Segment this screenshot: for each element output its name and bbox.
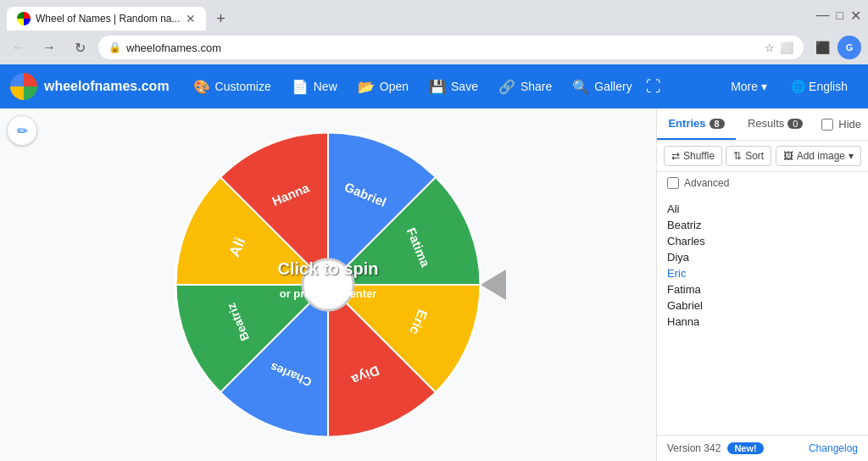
logo-icon — [10, 73, 37, 100]
fullscreen-button[interactable]: ⛶ — [643, 75, 665, 99]
new-icon: 📄 — [292, 79, 309, 95]
list-item: Charles — [667, 233, 858, 249]
right-panel: Entries 8 Results 0 Hide ⇄ Shuffle ⇅ Sor… — [656, 108, 868, 461]
url-text: wheelofnames.com — [126, 42, 221, 54]
spinning-wheel[interactable]: Ali Hanna Gabriel Fatima Eric Diya Charl… — [167, 124, 489, 446]
more-chevron-icon: ▾ — [761, 80, 767, 93]
close-button[interactable]: ✕ — [850, 8, 861, 24]
extensions-button[interactable]: ⬛ — [810, 36, 834, 59]
hide-checkbox[interactable] — [821, 119, 833, 131]
image-icon: 🖼 — [783, 150, 793, 162]
list-item: Fatima — [667, 281, 858, 297]
tab-results[interactable]: Results 0 — [736, 108, 815, 140]
svg-text:Click to spin: Click to spin — [278, 259, 379, 278]
app-logo: wheelofnames.com — [10, 73, 170, 100]
edit-button[interactable]: ✏ — [7, 115, 37, 146]
tab-entries[interactable]: Entries 8 — [657, 108, 736, 140]
version-text: Version 342 — [667, 442, 721, 454]
tab-title: Wheel of Names | Random na... — [36, 13, 181, 25]
advanced-label[interactable]: Advanced — [684, 177, 729, 189]
svg-text:or press ctrl+enter: or press ctrl+enter — [280, 287, 377, 300]
minimize-button[interactable]: — — [816, 8, 830, 23]
gallery-button[interactable]: 🔍 Gallery — [562, 74, 642, 100]
shuffle-icon: ⇄ — [671, 150, 680, 162]
edit-icon: ✏ — [17, 123, 28, 139]
profile-button[interactable]: G — [837, 36, 861, 59]
wheel-container[interactable]: Ali Hanna Gabriel Fatima Eric Diya Charl… — [167, 124, 489, 446]
shuffle-button[interactable]: ⇄ Shuffle — [664, 146, 722, 166]
entries-badge: 8 — [709, 119, 725, 129]
add-image-button[interactable]: 🖼 Add image ▾ — [776, 146, 861, 166]
changelog-link[interactable]: Changelog — [809, 442, 858, 454]
advanced-checkbox[interactable] — [667, 177, 679, 189]
open-icon: 📂 — [358, 79, 375, 95]
wheel-area: ✏ — [0, 108, 656, 461]
tab-favicon — [17, 12, 31, 25]
active-tab[interactable]: Wheel of Names | Random na... ✕ — [7, 7, 206, 31]
advanced-row: Advanced — [657, 172, 868, 194]
new-badge: New! — [727, 442, 763, 454]
open-button[interactable]: 📂 Open — [348, 74, 419, 100]
list-item: Beatriz — [667, 217, 858, 233]
list-item: Gabriel — [667, 297, 858, 314]
list-item: Eric — [667, 265, 858, 281]
extension-icon[interactable]: ⬜ — [780, 42, 793, 54]
refresh-button[interactable]: ↻ — [68, 36, 92, 59]
share-icon: 🔗 — [498, 79, 515, 95]
entries-list: Ali Beatriz Charles Diya Eric Fatima Gab… — [657, 194, 868, 435]
logo-text: wheelofnames.com — [44, 79, 170, 94]
restore-button[interactable]: □ — [837, 8, 843, 22]
customize-icon: 🎨 — [193, 79, 210, 95]
list-item: Diya — [667, 249, 858, 265]
sort-button[interactable]: ⇅ Sort — [726, 146, 771, 166]
gallery-icon: 🔍 — [572, 79, 589, 95]
tab-close-button[interactable]: ✕ — [186, 12, 196, 25]
address-bar[interactable]: 🔒 wheelofnames.com ☆ ⬜ — [98, 36, 804, 59]
list-item: Hanna — [667, 314, 858, 330]
panel-tabs: Entries 8 Results 0 Hide — [657, 108, 868, 141]
secure-icon: 🔒 — [108, 42, 121, 53]
customize-button[interactable]: 🎨 Customize — [183, 74, 281, 100]
save-button[interactable]: 💾 Save — [419, 74, 488, 100]
list-item: Ali — [667, 201, 858, 217]
language-button[interactable]: 🌐 English — [781, 75, 858, 98]
more-button[interactable]: More ▾ — [721, 75, 777, 98]
add-image-chevron-icon: ▾ — [849, 150, 854, 162]
panel-toolbar: ⇄ Shuffle ⇅ Sort 🖼 Add image ▾ — [657, 141, 868, 172]
results-badge: 0 — [787, 119, 803, 129]
share-button[interactable]: 🔗 Share — [488, 74, 562, 100]
back-button[interactable]: ← — [7, 36, 31, 59]
forward-button[interactable]: → — [37, 36, 61, 59]
new-tab-button[interactable]: + — [209, 7, 233, 31]
app-header: wheelofnames.com 🎨 Customize 📄 New 📂 Ope… — [0, 64, 868, 108]
globe-icon: 🌐 — [791, 80, 805, 93]
new-button[interactable]: 📄 New — [281, 74, 348, 100]
save-icon: 💾 — [429, 79, 446, 95]
hide-label: Hide — [838, 118, 861, 131]
star-icon[interactable]: ☆ — [765, 42, 775, 54]
wheel-pointer — [481, 269, 506, 300]
panel-footer: Version 342 New! Changelog — [657, 435, 868, 461]
sort-icon: ⇅ — [733, 150, 742, 162]
